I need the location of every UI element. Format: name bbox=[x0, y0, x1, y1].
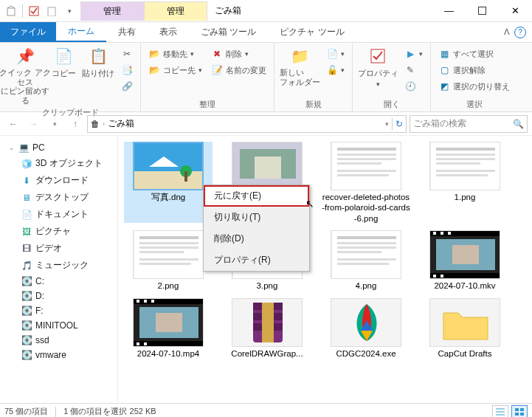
file-item[interactable]: 2.png bbox=[124, 230, 213, 291]
tree-item[interactable]: 💽MINITOOL bbox=[1, 318, 116, 333]
copy-path-button[interactable]: 📑 bbox=[118, 62, 136, 78]
history-dropdown-icon[interactable]: ▾ bbox=[385, 120, 389, 128]
maximize-button[interactable] bbox=[466, 1, 499, 21]
close-button[interactable]: ✕ bbox=[499, 1, 532, 21]
ribbon-group-new: 📁 新しい フォルダー 📄▾ 🔓▾ 新規 bbox=[274, 43, 353, 111]
tree-item[interactable]: 💽D: bbox=[1, 289, 116, 303]
new-folder-label: 新しい フォルダー bbox=[280, 68, 320, 86]
refresh-icon[interactable]: ↻ bbox=[395, 119, 403, 129]
tree-item[interactable]: 💽C: bbox=[1, 274, 116, 289]
back-button[interactable]: ← bbox=[4, 115, 22, 133]
search-input[interactable]: ごみ箱の検索 🔍 bbox=[410, 115, 528, 133]
tree-item[interactable]: 🧊3D オブジェクト bbox=[1, 155, 116, 172]
nav-tree[interactable]: ⌄💻PC🧊3D オブジェクト⬇ダウンロード🖥デスクトップ📄ドキュメント🖼ピクチャ… bbox=[0, 136, 118, 403]
file-item[interactable]: 写真.dng bbox=[124, 142, 213, 223]
tree-item[interactable]: 💽ssd bbox=[1, 333, 116, 348]
move-to-button[interactable]: 📂移動先▾ bbox=[145, 46, 205, 62]
tab-picture-tools[interactable]: ピクチャ ツール bbox=[268, 22, 356, 42]
delete-button[interactable]: ✖削除▾ bbox=[208, 46, 269, 62]
qat-new-icon[interactable] bbox=[44, 3, 60, 19]
svg-rect-64 bbox=[144, 342, 147, 345]
file-item[interactable]: 4.png bbox=[322, 230, 410, 291]
copyto-icon: 📂 bbox=[148, 64, 160, 76]
tree-item-label: ダウンロード bbox=[35, 174, 89, 187]
properties-button[interactable]: プロパティ ▾ bbox=[357, 46, 398, 88]
cut-button[interactable]: ✂ bbox=[118, 46, 136, 62]
file-item[interactable]: 1.png bbox=[421, 142, 509, 223]
open-button[interactable]: ▶▾ bbox=[401, 46, 426, 62]
file-item[interactable]: CorelDRAWGrap... bbox=[223, 298, 311, 359]
tree-item-icon: 🖼 bbox=[21, 227, 32, 237]
tab-share[interactable]: 共有 bbox=[106, 22, 148, 42]
qat-dropdown-icon[interactable]: ▾ bbox=[61, 3, 77, 19]
new-folder-button[interactable]: 📁 新しい フォルダー bbox=[279, 46, 320, 86]
tab-recycle-tools[interactable]: ごみ箱 ツール bbox=[189, 22, 268, 42]
forward-button[interactable]: → bbox=[25, 115, 43, 133]
rename-button[interactable]: 📝名前の変更 bbox=[208, 62, 269, 78]
pin-to-quick-access-button[interactable]: 📌 クイック アクセス にピン留めする bbox=[4, 46, 46, 106]
context-menu-item[interactable]: 元に戻す(E) bbox=[204, 185, 309, 207]
bin-icon[interactable] bbox=[3, 3, 19, 19]
svg-rect-51 bbox=[441, 232, 443, 235]
copy-to-button[interactable]: 📂コピー先▾ bbox=[145, 62, 205, 78]
easy-access-icon: 🔓 bbox=[326, 64, 338, 76]
ribbon: 📌 クイック アクセス にピン留めする 📄 コピー 📋 貼り付け ✂ 📑 🔗 ク… bbox=[0, 43, 532, 112]
paste-button[interactable]: 📋 貼り付け bbox=[81, 46, 115, 79]
select-all-button[interactable]: ▦すべて選択 bbox=[435, 46, 513, 62]
tree-item[interactable]: ⬇ダウンロード bbox=[1, 172, 116, 189]
view-details-button[interactable] bbox=[492, 405, 508, 418]
ribbon-collapse-icon[interactable]: ᐱ bbox=[504, 27, 510, 37]
context-menu-item[interactable]: 削除(D) bbox=[204, 228, 309, 249]
paste-shortcut-button[interactable]: 🔗 bbox=[118, 78, 136, 94]
tree-item[interactable]: 🎵ミュージック bbox=[1, 257, 116, 274]
minimize-button[interactable]: — bbox=[432, 1, 466, 21]
file-item[interactable]: CapCut Drafts bbox=[421, 298, 509, 359]
tree-item[interactable]: 💽F: bbox=[1, 303, 116, 318]
tree-item-label: C: bbox=[35, 276, 44, 286]
new-item-button[interactable]: 📄▾ bbox=[323, 46, 348, 62]
tree-item[interactable]: 💽vmware bbox=[1, 348, 116, 362]
file-list[interactable]: 写真.dngrecover-deleted-photos-from-polaro… bbox=[118, 136, 532, 403]
recent-dropdown-icon[interactable]: ▾ bbox=[46, 115, 63, 133]
thumbnail bbox=[331, 298, 401, 347]
ribbon-group-select: ▦すべて選択 ▢選択解除 ◩選択の切り替え 選択 bbox=[431, 43, 517, 111]
edit-button[interactable]: ✎ bbox=[401, 62, 426, 78]
delete-label: 削除 bbox=[226, 49, 242, 60]
invert-label: 選択の切り替え bbox=[453, 81, 510, 92]
tab-file[interactable]: ファイル bbox=[0, 22, 56, 42]
file-item[interactable]: recover-deleted-photos-from-polaroid-sd-… bbox=[322, 142, 410, 223]
help-icon[interactable]: ? bbox=[514, 27, 526, 38]
select-all-icon: ▦ bbox=[438, 48, 450, 60]
context-menu-item[interactable]: プロパティ(R) bbox=[204, 249, 309, 271]
new-folder-icon: 📁 bbox=[289, 46, 310, 66]
history-button[interactable]: 🕘 bbox=[401, 78, 426, 94]
tree-item[interactable]: ⌄💻PC bbox=[1, 140, 116, 155]
tree-item-icon: 💻 bbox=[18, 142, 30, 153]
up-button[interactable]: ↑ bbox=[66, 115, 84, 133]
svg-rect-0 bbox=[7, 8, 15, 15]
tree-item[interactable]: 🖥デスクトップ bbox=[1, 189, 116, 206]
svg-rect-20 bbox=[436, 148, 495, 151]
chevron-down-icon: ⌄ bbox=[9, 144, 15, 151]
main-body: ⌄💻PC🧊3D オブジェクト⬇ダウンロード🖥デスクトップ📄ドキュメント🖼ピクチャ… bbox=[0, 136, 532, 403]
tab-home[interactable]: ホーム bbox=[56, 22, 106, 42]
view-icons-button[interactable] bbox=[511, 405, 528, 418]
tree-item[interactable]: 📄ドキュメント bbox=[1, 206, 116, 223]
invert-selection-button[interactable]: ◩選択の切り替え bbox=[435, 78, 513, 94]
address-bar[interactable]: 🗑 › ごみ箱 ▾ ↻ bbox=[87, 115, 407, 133]
easy-access-button[interactable]: 🔓▾ bbox=[323, 62, 348, 78]
svg-rect-18 bbox=[337, 174, 389, 176]
file-item[interactable]: 2024-07-10.mp4 bbox=[124, 298, 213, 359]
tree-item[interactable]: 🎞ビデオ bbox=[1, 240, 116, 257]
tree-item-icon: 🎵 bbox=[21, 261, 32, 271]
context-menu-item[interactable]: 切り取り(T) bbox=[204, 207, 309, 228]
svg-rect-46 bbox=[337, 263, 389, 265]
file-item[interactable]: 2024-07-10.mkv bbox=[421, 230, 509, 291]
qat-props-icon[interactable] bbox=[26, 3, 42, 19]
tab-view[interactable]: 表示 bbox=[148, 22, 189, 42]
tree-item[interactable]: 🖼ピクチャ bbox=[1, 223, 116, 240]
file-item[interactable]: CDGC2024.exe bbox=[322, 298, 410, 359]
select-none-button[interactable]: ▢選択解除 bbox=[435, 62, 513, 78]
copy-button[interactable]: 📄 コピー bbox=[49, 46, 78, 79]
svg-rect-61 bbox=[144, 300, 147, 303]
